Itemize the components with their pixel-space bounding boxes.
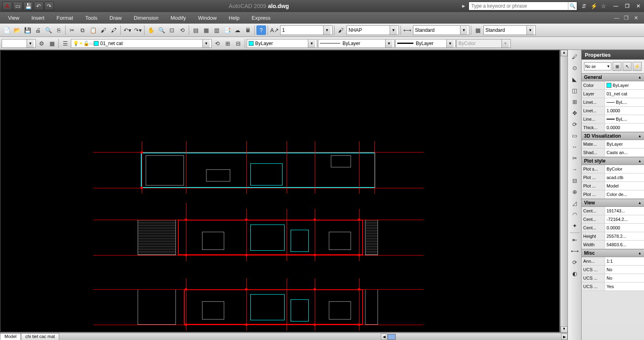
app-menu-button[interactable]: A — [2, 2, 12, 10]
menu-tools[interactable]: Tools — [85, 15, 97, 21]
scroll-thumb[interactable] — [388, 334, 396, 340]
prop-row[interactable]: UCS ...No — [582, 266, 644, 274]
toggle-icon[interactable]: ⇵ — [580, 2, 588, 10]
new-button[interactable]: ▭ — [13, 2, 23, 10]
prop-row[interactable]: Mate...ByLayer — [582, 140, 644, 148]
tab-model[interactable]: Model — [0, 333, 21, 340]
selection-dropdown[interactable]: No se ▼ — [584, 62, 611, 70]
tool-palette-icon[interactable]: ▥ — [212, 25, 221, 35]
collapse-icon[interactable]: ▲ — [638, 134, 642, 138]
prop-row[interactable]: Height25578.2... — [582, 232, 644, 241]
offset-icon[interactable]: ◫ — [570, 85, 580, 96]
dropdown-arrow-icon[interactable]: ▼ — [390, 26, 397, 35]
category-general[interactable]: General▲ — [582, 73, 644, 81]
prop-value[interactable]: 25578.2... — [605, 232, 644, 240]
color-dropdown[interactable]: ByLayer ▼ — [247, 39, 317, 48]
prop-value[interactable]: Yes — [605, 282, 644, 291]
help-icon[interactable]: ? — [256, 25, 266, 35]
linetype-dropdown[interactable]: ByLayer ▼ — [318, 39, 394, 48]
stretch-icon[interactable]: ↔ — [570, 142, 580, 152]
lock-ui-icon[interactable]: ▦ — [47, 39, 57, 48]
dim-style-icon[interactable]: ⟷ — [402, 25, 412, 35]
prop-row[interactable]: UCS ...Yes — [582, 282, 644, 291]
pan-icon[interactable]: ✋ — [146, 25, 156, 35]
rotate-icon[interactable]: ⟳ — [570, 119, 580, 130]
menu-view[interactable]: View — [8, 15, 19, 21]
favorites-icon[interactable]: ☆ — [599, 2, 608, 10]
category-misc[interactable]: Misc▲ — [582, 249, 644, 257]
mirror-icon[interactable]: ◣ — [570, 74, 580, 84]
array-icon[interactable]: ⊞ — [570, 97, 580, 107]
undo-icon[interactable]: ↶▾ — [122, 25, 132, 35]
collapse-icon[interactable]: ▲ — [638, 251, 642, 255]
close-button[interactable]: ✕ — [633, 2, 644, 10]
prop-row[interactable]: Linet...ByL... — [582, 98, 644, 107]
prop-row[interactable]: ColorByLayer — [582, 81, 644, 90]
table-style-icon[interactable]: ▦ — [473, 25, 483, 35]
layer-dropdown[interactable]: 💡 ☀ 🔓 ▭ 01_net cat ▼ — [71, 39, 212, 48]
extend-icon[interactable]: → — [570, 164, 580, 175]
dim4-icon[interactable]: ◐ — [570, 268, 580, 279]
publish-icon[interactable]: ⎘ — [54, 25, 64, 35]
menu-format[interactable]: Format — [56, 15, 73, 21]
prop-row[interactable]: Ann...1:1 — [582, 257, 644, 266]
prop-value[interactable]: acad.ctb — [605, 173, 644, 181]
collapse-icon[interactable]: ▲ — [638, 201, 642, 205]
scroll-up-button[interactable]: ▲ — [561, 50, 568, 56]
prop-value[interactable]: ByLayer — [605, 140, 644, 148]
toggle-pickfirst-icon[interactable]: ⊞ — [613, 62, 621, 71]
scale-icon[interactable]: ▭ — [570, 130, 580, 141]
doc-close-button[interactable]: ✕ — [632, 14, 640, 21]
prop-value[interactable]: ByL... — [605, 115, 644, 123]
prop-row[interactable]: Plot ...Model — [582, 182, 644, 190]
menu-express[interactable]: Express — [252, 15, 270, 21]
scale-dropdown[interactable]: 1 ▼ — [280, 25, 332, 35]
erase-icon[interactable]: 🖊 — [570, 52, 580, 62]
search-input[interactable] — [469, 3, 568, 9]
dropdown-arrow-icon[interactable]: ▼ — [526, 26, 534, 35]
prop-value[interactable]: 191743... — [605, 207, 644, 215]
join-icon[interactable]: ⊕ — [570, 187, 580, 197]
zoom-win-icon[interactable]: ⊡ — [167, 25, 177, 35]
horizontal-scrollbar[interactable] — [59, 333, 381, 340]
text-style-dropdown[interactable]: NHAP ▼ — [347, 25, 399, 35]
prop-row[interactable]: Cent...-72164.2... — [582, 215, 644, 224]
dim-icon[interactable]: ⇤ — [570, 235, 580, 245]
prop-value[interactable]: No — [605, 266, 644, 274]
prop-value[interactable]: ByL... — [605, 98, 644, 106]
dim-style-dropdown[interactable]: Standard ▼ — [413, 25, 469, 35]
prop-value[interactable]: 0.0000 — [605, 124, 644, 132]
layer-iso-icon[interactable]: ⊞ — [223, 39, 233, 48]
menu-draw[interactable]: Draw — [109, 15, 122, 21]
brush2-icon[interactable]: 🖌 — [336, 25, 346, 35]
dropdown-arrow-icon[interactable]: ▼ — [385, 39, 392, 47]
preview-icon[interactable]: 🔍 — [43, 25, 53, 35]
dim2-icon[interactable]: ⟷ — [570, 246, 580, 256]
prop-row[interactable]: Plot ...acad.ctb — [582, 173, 644, 182]
copy-icon[interactable]: ⧉ — [78, 25, 87, 35]
doc-maximize-button[interactable]: ❐ — [622, 14, 630, 21]
explode-icon[interactable]: ✦ — [570, 220, 580, 231]
redo-icon[interactable]: ↷▾ — [133, 25, 142, 35]
dropdown-arrow-icon[interactable]: ▼ — [323, 26, 330, 35]
scroll-left-button[interactable]: ◀ — [381, 334, 387, 340]
menu-window[interactable]: Window — [198, 15, 217, 21]
fillet-icon[interactable]: ◠ — [570, 209, 580, 220]
maximize-button[interactable]: ❐ — [621, 2, 633, 10]
comm-center-icon[interactable]: ⚡ — [589, 2, 598, 10]
copy-obj-icon[interactable]: ⊙ — [570, 63, 580, 73]
menu-insert[interactable]: Insert — [31, 15, 45, 21]
save-icon[interactable]: 💾 — [23, 25, 32, 35]
dropdown-arrow-icon[interactable]: ▼ — [308, 39, 315, 47]
sheet-set-icon[interactable]: 📑 — [222, 25, 232, 35]
dropdown-arrow-icon[interactable]: ▼ — [27, 39, 34, 47]
prop-row[interactable]: Cent...191743... — [582, 207, 644, 215]
cut-icon[interactable]: ✂ — [67, 25, 77, 35]
ws-dropdown[interactable]: ▼ — [2, 39, 36, 48]
chamfer-icon[interactable]: ◿ — [570, 198, 580, 208]
layer-manager-icon[interactable]: ☰ — [60, 39, 70, 48]
table-style-dropdown[interactable]: Standard ▼ — [483, 25, 536, 35]
prop-row[interactable]: Thick...0.0000 — [582, 124, 644, 132]
prop-value[interactable]: -72164.2... — [605, 215, 644, 223]
search-box[interactable]: 🔍 — [469, 2, 577, 10]
